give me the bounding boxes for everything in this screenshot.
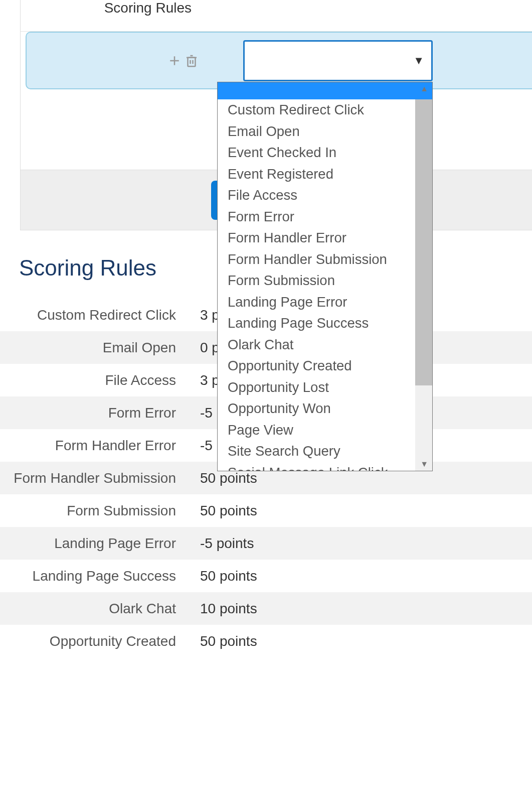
- scroll-down-icon[interactable]: ▼: [420, 460, 428, 469]
- delete-rule-icon[interactable]: [184, 53, 199, 68]
- rule-label: Email Open: [0, 340, 188, 356]
- dropdown-option[interactable]: File Access: [218, 185, 432, 206]
- dropdown-option[interactable]: Olark Chat: [218, 334, 432, 356]
- rule-label: Form Submission: [0, 503, 188, 519]
- chevron-down-icon: ▼: [413, 54, 424, 67]
- rule-value: -5 points: [188, 535, 254, 552]
- table-row: Landing Page Success50 points: [0, 560, 532, 592]
- rule-label: Form Handler Error: [0, 438, 188, 454]
- scoring-rules-field-label: Scoring Rules: [21, 0, 204, 16]
- table-row: Opportunity Created50 points: [0, 625, 532, 657]
- rule-label: Form Error: [0, 405, 188, 421]
- scroll-up-icon[interactable]: ▲: [420, 84, 428, 93]
- dropdown-option[interactable]: Opportunity Lost: [218, 377, 432, 398]
- dropdown-option[interactable]: Event Checked In: [218, 142, 432, 164]
- dropdown-scrollbar-thumb[interactable]: [415, 99, 432, 385]
- rule-label: Custom Redirect Click: [0, 307, 188, 323]
- dropdown-option[interactable]: Landing Page Success: [218, 313, 432, 334]
- table-row: Form Submission50 points: [0, 494, 532, 527]
- dropdown-option[interactable]: Form Error: [218, 206, 432, 228]
- dropdown-option[interactable]: Form Submission: [218, 270, 432, 292]
- dropdown-option[interactable]: Page View: [218, 420, 432, 441]
- rule-label: Landing Page Error: [0, 535, 188, 552]
- dropdown-option[interactable]: Form Handler Error: [218, 227, 432, 249]
- dropdown-option[interactable]: Form Handler Submission: [218, 249, 432, 271]
- scoring-rule-row: ▼: [26, 32, 532, 89]
- dropdown-option[interactable]: Opportunity Created: [218, 355, 432, 377]
- rule-value: 50 points: [188, 470, 257, 486]
- dropdown-option[interactable]: Event Registered: [218, 164, 432, 185]
- dropdown-option[interactable]: Email Open: [218, 121, 432, 143]
- dropdown-option[interactable]: Social Message Link Click: [218, 462, 432, 471]
- dropdown-option[interactable]: Opportunity Won: [218, 398, 432, 420]
- table-row: Landing Page Error-5 points: [0, 527, 532, 560]
- svg-rect-0: [188, 57, 196, 66]
- rule-label: Opportunity Created: [0, 633, 188, 649]
- rule-label: Landing Page Success: [0, 568, 188, 584]
- rule-value: 50 points: [188, 568, 257, 584]
- rule-value: 50 points: [188, 633, 257, 649]
- rule-value: 10 points: [188, 601, 257, 617]
- rule-label: Form Handler Submission: [0, 470, 188, 486]
- dropdown-option[interactable]: Custom Redirect Click: [218, 99, 432, 121]
- dropdown-selected-blank[interactable]: ▲: [218, 82, 432, 99]
- rule-label: Olark Chat: [0, 601, 188, 617]
- rule-value: 50 points: [188, 503, 257, 519]
- add-rule-icon[interactable]: [167, 53, 182, 68]
- rule-type-dropdown: ▲ Custom Redirect ClickEmail OpenEvent C…: [217, 82, 433, 471]
- table-row: Olark Chat10 points: [0, 592, 532, 625]
- rule-type-select[interactable]: ▼: [243, 40, 433, 81]
- dropdown-option[interactable]: Landing Page Error: [218, 292, 432, 313]
- rule-label: File Access: [0, 372, 188, 388]
- dropdown-option[interactable]: Site Search Query: [218, 441, 432, 462]
